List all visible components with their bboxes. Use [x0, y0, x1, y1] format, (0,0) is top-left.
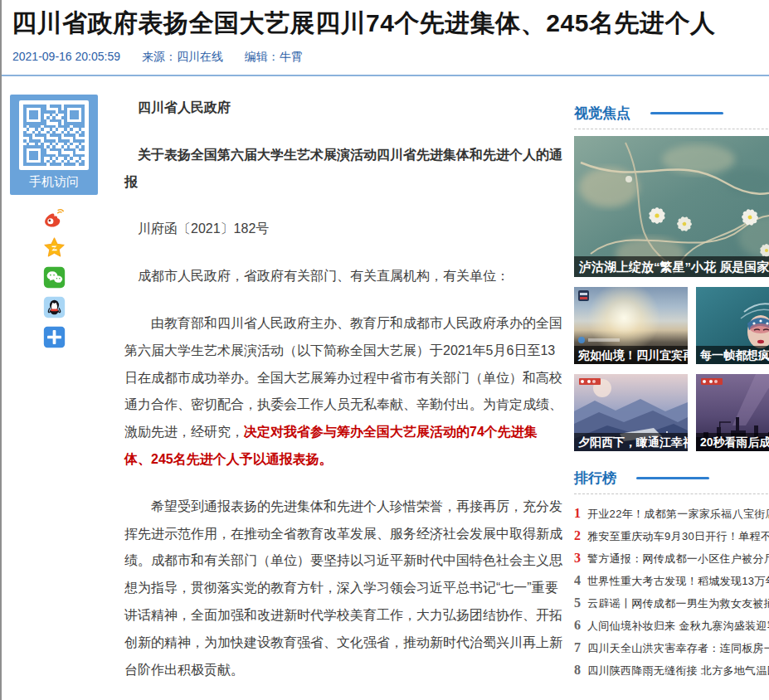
article-body: 四川省人民政府 关于表扬全国第六届大学生艺术展演活动四川省先进集体和先进个人的通…: [124, 95, 574, 700]
document-title: 关于表扬全国第六届大学生艺术展演活动四川省先进集体和先进个人的通报: [124, 142, 562, 197]
ranking-item[interactable]: 8四川陕西降雨无缝衔接 北方多地气温回升: [574, 659, 769, 681]
paragraph-1-text: 由教育部和四川省人民政府主办、教育厅和成都市人民政府承办的全国第六届大学生艺术展…: [124, 316, 562, 439]
thumbnail-caption[interactable]: 20秒看雨后成都丨: [696, 433, 769, 451]
source-label: 来源：四川在线: [142, 50, 223, 63]
page-title: 四川省政府表扬全国大艺展四川74个先进集体、245名先进个人: [12, 7, 769, 39]
watermark: [578, 337, 620, 343]
section-accent-line: [650, 112, 723, 114]
featured-image-lugu-flowers[interactable]: 泸沽湖上绽放“繁星”小花 原是国家重点保护植物: [574, 136, 769, 277]
ranking-item[interactable]: 4世界性重大考古发现！稻城发现13万年以前大: [574, 569, 769, 591]
thumbnail-caption[interactable]: 夕阳西下，瞰通江幸福...: [574, 433, 688, 451]
ranking-item[interactable]: 2雅安至重庆动车9月30日开行！单程不到4小时: [574, 524, 769, 547]
rank-number: 8: [574, 659, 587, 681]
rank-headline[interactable]: 警方通报：网传成都一小区住户被分尸扔下楼: [587, 547, 769, 569]
rank-number: 7: [574, 636, 587, 659]
ranking-title: 排行榜: [574, 469, 616, 488]
paragraph-1: 由教育部和四川省人民政府主办、教育厅和成都市人民政府承办的全国第六届大学生艺术展…: [124, 310, 562, 474]
featured-image-caption[interactable]: 泸沽湖上绽放“繁星”小花 原是国家重点保护植物: [574, 256, 769, 277]
editor-label: 编辑：牛霄: [245, 50, 303, 63]
wechat-icon[interactable]: [43, 266, 66, 289]
broadcaster-badge: [579, 378, 601, 385]
qq-icon[interactable]: [43, 296, 66, 318]
qr-label: 手机访问: [10, 174, 98, 190]
rank-headline[interactable]: 四川陕西降雨无缝衔接 北方多地气温回升: [587, 659, 769, 681]
qr-code: [19, 100, 89, 170]
thumbnail-tongjiang-sunset[interactable]: 夕阳西下，瞰通江幸福...: [574, 374, 688, 451]
broadcaster-badge: [701, 378, 723, 385]
mobile-qr-box: 手机访问: [10, 95, 98, 195]
publish-datetime: 2021-09-16 20:05:59: [12, 50, 120, 63]
qr-code-icon: [23, 105, 85, 166]
ranking-item[interactable]: 6人间仙境补妆归来 金秋九寨沟盛装迎客: [574, 614, 769, 636]
thumbnail-opera-performer[interactable]: 每一帧都想疯狂截: [696, 287, 769, 364]
video-channel-badge: [578, 290, 589, 301]
ranking-item[interactable]: 5云辟谣丨网传成都一男生为救女友被捅死？警: [574, 591, 769, 614]
share-more-icon[interactable]: [43, 326, 66, 348]
article-meta: 2021-09-16 20:05:59 来源：四川在线 编辑：牛霄: [12, 50, 769, 65]
focus-thumbnail-grid: 宛如仙境！四川宜宾再...: [574, 287, 769, 451]
ranking-item[interactable]: 3警方通报：网传成都一小区住户被分尸扔下楼: [574, 547, 769, 569]
sidebar: 视觉焦点: [574, 95, 769, 700]
section-dashed-divider: [574, 129, 769, 129]
section-accent-line: [636, 477, 709, 479]
rank-number: 6: [574, 614, 587, 636]
ranking-item[interactable]: 7四川天全山洪灾害幸存者：连同板房一起被冲: [574, 636, 769, 659]
ranking-header: 排行榜: [574, 468, 769, 488]
rank-headline[interactable]: 四川天全山洪灾害幸存者：连同板房一起被冲: [587, 637, 769, 659]
rank-headline[interactable]: 世界性重大考古发现！稻城发现13万年以前大: [587, 570, 769, 591]
thumbnail-chengdu-after-rain[interactable]: 20秒看雨后成都丨: [696, 374, 769, 451]
rank-number: 2: [574, 524, 587, 547]
rank-headline[interactable]: 雅安至重庆动车9月30日开行！单程不到4小时: [587, 525, 769, 547]
document-number: 川府函〔2021〕182号: [124, 216, 562, 243]
ranking-list: 1开业22年！成都第一家家乐福八宝街店9月30日 2雅安至重庆动车9月30日开行…: [574, 502, 769, 681]
rank-headline[interactable]: 开业22年！成都第一家家乐福八宝街店9月30日: [587, 503, 769, 524]
weibo-icon[interactable]: [43, 207, 66, 229]
rank-number: 4: [574, 569, 587, 591]
salutation: 成都市人民政府，省政府有关部门、有关直属机构，有关单位：: [124, 263, 562, 290]
thumbnail-caption[interactable]: 每一帧都想疯狂截: [696, 346, 769, 364]
paragraph-2: 希望受到通报表扬的先进集体和先进个人珍惜荣誉，再接再厉，充分发挥先进示范作用，在…: [124, 493, 562, 684]
ranking-item[interactable]: 1开业22年！成都第一家家乐福八宝街店9月30日: [574, 502, 769, 524]
visual-focus-title: 视觉焦点: [574, 104, 630, 123]
thumbnail-caption[interactable]: 宛如仙境！四川宜宾再...: [574, 346, 688, 364]
rank-headline[interactable]: 云辟谣丨网传成都一男生为救女友被捅死？警: [587, 592, 769, 614]
qzone-icon[interactable]: [43, 236, 66, 259]
news-article-page: 四川省政府表扬全国大艺展四川74个先进集体、245名先进个人 2021-09-1…: [0, 0, 769, 700]
thumbnail-yibin-sunrise[interactable]: 宛如仙境！四川宜宾再...: [574, 287, 688, 364]
rank-number: 5: [574, 591, 587, 614]
rank-number: 3: [574, 547, 587, 569]
visual-focus-header: 视觉焦点: [574, 103, 769, 123]
section-dashed-divider: [574, 493, 769, 494]
rank-headline[interactable]: 人间仙境补妆归来 金秋九寨沟盛装迎客: [587, 615, 769, 636]
share-rail: 手机访问: [2, 95, 124, 700]
org-heading: 四川省人民政府: [124, 95, 562, 122]
rank-number: 1: [574, 502, 587, 524]
